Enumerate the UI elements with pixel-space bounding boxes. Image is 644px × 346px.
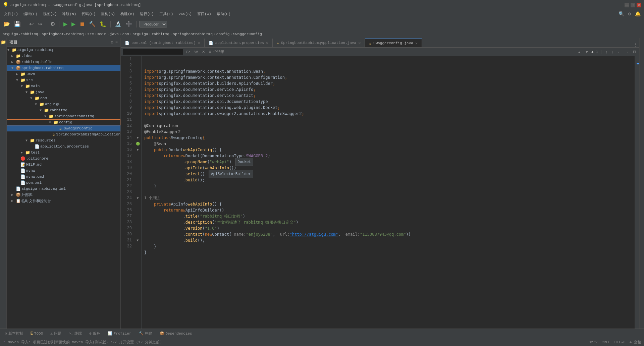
run-config-dropdown[interactable]: Producer [139,21,167,27]
expand-springboot-rabbitmq[interactable]: ▼ [11,66,15,70]
tree-item-src[interactable]: ▼ 📁 src [7,77,120,83]
tree-item-springboot-rabbitmq[interactable]: ▼ 📦 springboot-rabbitmq [7,65,120,71]
project-sync-icon[interactable]: ⚙ [111,40,113,45]
tree-item-com[interactable]: ▼ 📁 com [7,95,120,101]
close-button[interactable]: ✕ [637,3,641,7]
navigate-down-button[interactable]: ↓ [610,50,615,54]
debug-button[interactable]: ▶ [70,20,77,28]
settings-button[interactable]: ⚙ [49,20,56,28]
tree-item-main[interactable]: ▼ 📁 main [7,83,120,89]
bc-item-root[interactable]: atguigu-rabbitmq [3,32,38,36]
fold-arrow-16[interactable]: ▼ [137,148,139,152]
menu-item-code[interactable]: 代码(C) [79,11,98,17]
tree-item-mvnw[interactable]: 📄 mvnw [7,168,120,174]
bc-item-com[interactable]: com [122,32,129,36]
tree-item-test[interactable]: ▶ 📁 test [7,150,120,156]
tree-item-java[interactable]: ▼ 📁 java [7,89,120,95]
debug2-button[interactable]: 🐛 [98,20,108,28]
fold-arrow-24[interactable]: ▼ [137,196,139,200]
tree-item-app-props[interactable]: 📄 application.properties [7,143,120,150]
expand-idea[interactable]: ▶ [11,54,15,58]
bottomtab-problems[interactable]: ⚠ 问题 [47,330,65,338]
menu-item-tools[interactable]: 工具(T) [157,11,176,17]
save-button[interactable]: 💾 [13,20,22,28]
bc-item-main[interactable]: main [98,32,106,36]
undo-button[interactable]: ↩ [28,20,35,28]
tree-item-scratch[interactable]: ▶ 📋 临时文件和控制台 [7,198,120,204]
tree-item-root[interactable]: ▼ 📁 atguigu-rabbitmq [7,47,120,53]
expand-config[interactable]: ▼ [49,121,53,124]
project-settings-icon[interactable]: ≡ [115,40,118,45]
bottomtab-version-control[interactable]: ⚙ 版本控制 [1,330,26,338]
bottomtab-todo[interactable]: E TODO [27,330,47,338]
gutter-14[interactable]: ▼ [134,135,141,141]
bottomtab-dependencies[interactable]: 📦 Dependencies [156,330,196,338]
line-ending-indicator[interactable]: CRLF [601,340,610,344]
line-col-indicator[interactable]: 32:2 [589,340,597,344]
tree-item-config[interactable]: ▼ 📁 config [7,119,120,125]
maximize-button[interactable]: □ [631,3,635,7]
bc-item-springbootrabbitmq[interactable]: springbootrabbitmq [173,32,213,36]
tab-springboot-app-close[interactable]: ✕ [358,41,361,46]
tree-item-help[interactable]: 📝 HELP.md [7,162,120,168]
new-file-button[interactable]: 📂 [2,20,11,28]
expand-rabbitmq-hello[interactable]: ▶ [11,60,15,64]
gutter-16[interactable]: ▼ [134,147,141,153]
bc-item-swaggerconfig[interactable]: SwaggerConfig [233,32,262,36]
expand-resources[interactable]: ▼ [25,139,30,142]
tree-item-iml[interactable]: 📄 atguigu-rabbitmq.iml [7,186,120,192]
search-input[interactable] [123,49,183,55]
expand-scratch[interactable]: ▶ [11,199,15,203]
tab-swagger-config[interactable]: ☕ SwaggerConfig.java ✕ [365,39,422,47]
bc-item-src[interactable]: src [87,32,94,36]
coverage-button[interactable]: ➕ [124,20,133,28]
menu-item-file[interactable]: 文件(F) [1,11,21,17]
gutter-31[interactable]: ▼ [134,237,141,243]
tab-swagger-config-close[interactable]: ✕ [415,41,418,46]
search-case-button[interactable]: Cc [184,50,192,54]
tree-item-resources[interactable]: ▼ 📁 resources [7,137,120,143]
scroll-down-button[interactable]: ▼ [584,50,590,54]
fold-arrow-14[interactable]: ▼ [137,136,139,140]
bc-item-rabbitmq[interactable]: rabbitmq [152,32,169,36]
tab-app-props-close[interactable]: ✕ [266,41,268,46]
expand-java[interactable]: ▼ [25,91,30,94]
tree-item-idea[interactable]: ▶ 📁 .idea [7,53,120,59]
tree-item-springbootrabbitmq[interactable]: ▼ 📁 springbootrabbitmq [7,113,120,119]
navigate-right-button[interactable]: → [624,50,630,54]
expand-external-libs[interactable]: ▶ [11,193,15,197]
minimize-button[interactable]: — [625,3,629,7]
tab-pom-xml[interactable]: 📄 pom.xml (springboot-rabbitmq) ✕ [121,39,205,47]
tree-item-external-libs[interactable]: ▶ 📦 外部库 [7,192,120,198]
tab-pom-xml-close[interactable]: ✕ [198,41,200,46]
bc-item-java[interactable]: java [110,32,119,36]
tab-springboot-app[interactable]: ☕ SpringbootRabbitmqApplication.java ✕ [273,39,365,47]
search-word-button[interactable]: W [193,50,199,54]
expand-main[interactable]: ▼ [21,84,25,88]
left-strip-icon-1[interactable]: 📁 [1,40,6,45]
encoding-indicator[interactable]: UTF-8 [614,340,626,344]
menu-item-build[interactable]: 构建(B) [118,11,137,17]
bottomtab-build[interactable]: 🔨 构建 [136,330,156,338]
tree-item-rabbitmq-hello[interactable]: ▶ 📦 rabbitmq-hello [7,59,120,65]
run-button[interactable]: ▶ [62,20,69,28]
tree-item-mvn[interactable]: ▶ 📁 .mvn [7,71,120,77]
tree-item-gitignore[interactable]: 🔴 .gitignore [7,156,120,162]
expand-atguigu[interactable]: ▼ [35,103,39,106]
code-content[interactable]: import org.springframework.context.annot… [142,56,635,329]
tree-item-springboot-app[interactable]: ☕ SpringbootRabbitmqApplication [7,131,120,137]
stop-button[interactable]: ⏹ [78,20,86,28]
search-close-button[interactable]: ✕ [201,49,206,54]
expand-springbootrabbitmq[interactable]: ▼ [44,115,48,118]
fold-arrow-31[interactable]: ▼ [137,239,139,242]
menu-item-navigate[interactable]: 导航(N) [59,11,79,17]
tab-app-props[interactable]: 📄 application.properties ✕ [205,39,273,47]
bottomtab-services[interactable]: ⚙ 服务 [86,330,104,338]
build-button[interactable]: 🔨 [88,20,97,28]
tree-item-rabbitmq[interactable]: ▼ 📁 rabbitmq [7,107,120,113]
menu-item-view[interactable]: 视图(V) [40,11,60,17]
expand-src[interactable]: ▼ [16,78,20,82]
tree-item-atguigu[interactable]: ▼ 📁 atguigu [7,101,120,107]
gutter-24[interactable]: ▼ [134,195,141,201]
updates-icon[interactable]: 🔔 [633,11,643,17]
